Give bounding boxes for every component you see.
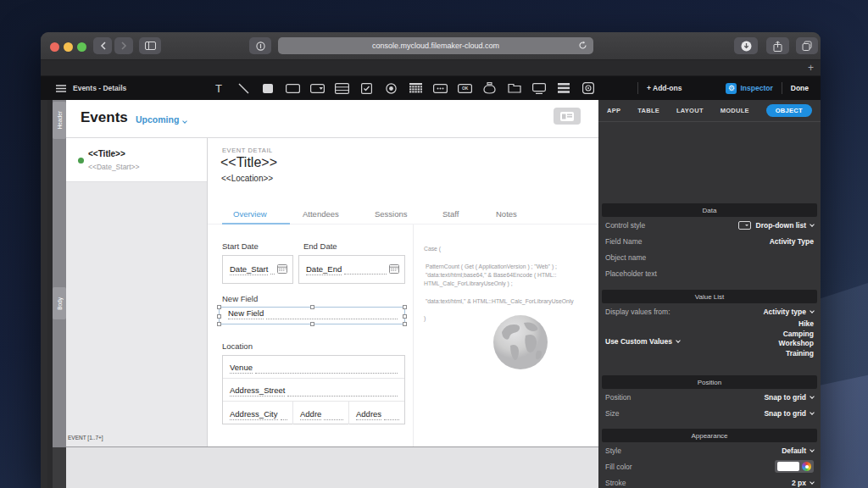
use-custom-values-dropdown[interactable]: Use Custom Values — [605, 324, 680, 358]
detail-panel: EVENT DETAIL <<Title>> <<Location>> Over… — [208, 138, 598, 447]
done-button[interactable]: Done — [791, 84, 809, 92]
part-tab-header[interactable]: Header — [53, 102, 66, 139]
share-button[interactable] — [766, 37, 789, 54]
tab-notes[interactable]: Notes — [496, 209, 517, 219]
address-bar[interactable]: console.mycloud.filemaker-cloud.com — [278, 37, 593, 54]
add-ons-button[interactable]: + Add-ons — [647, 84, 682, 92]
inspector-tab-module[interactable]: MODULE — [721, 107, 749, 114]
address-state-field[interactable]: Addre — [293, 402, 349, 424]
privacy-report-button[interactable] — [249, 37, 271, 54]
selection-handle[interactable] — [217, 314, 221, 319]
list-item[interactable]: <<Title>> <<Date_Start>> — [66, 138, 207, 182]
desktop: console.mycloud.filemaker-cloud.com + — [0, 0, 868, 488]
body-part-label[interactable]: EVENT [1..7+] — [68, 435, 103, 441]
placeholder-text-row[interactable]: Placeholder text — [605, 265, 814, 281]
list-item-subtitle: <<Date_Start>> — [88, 163, 140, 171]
parts-tool-icon[interactable] — [555, 80, 572, 97]
object-tools: T OK — [210, 80, 597, 97]
tab-overview-button[interactable] — [796, 37, 818, 54]
back-button[interactable] — [93, 37, 112, 54]
selection-handle[interactable] — [403, 314, 407, 319]
selection-handle[interactable] — [310, 305, 314, 309]
list-item-title: <<Title>> — [88, 149, 125, 158]
selection-handle[interactable] — [217, 305, 221, 309]
detail-location-field[interactable]: <<Location>> — [221, 174, 273, 183]
address-city-field[interactable]: Address_City — [223, 402, 293, 424]
inspector-button[interactable]: ⚙ Inspector — [726, 83, 772, 94]
calendar-icon[interactable] — [389, 262, 399, 277]
reload-icon[interactable] — [578, 41, 587, 52]
inspector-tab-table[interactable]: TABLE — [637, 107, 659, 114]
style-row[interactable]: Style Default — [605, 442, 814, 458]
new-tab-button[interactable]: + — [808, 62, 814, 74]
display-values-row[interactable]: Display values from: Activity type — [605, 303, 814, 319]
portal-tool-icon[interactable] — [333, 80, 350, 97]
close-button[interactable] — [50, 42, 59, 52]
menu-icon[interactable] — [56, 80, 66, 96]
fill-color-picker[interactable] — [775, 460, 814, 473]
selection-handle[interactable] — [403, 322, 407, 326]
filter-dropdown[interactable]: Upcoming — [136, 114, 186, 125]
selection-handle[interactable] — [310, 322, 314, 326]
downloads-button[interactable] — [734, 37, 758, 54]
color-wheel-icon[interactable] — [802, 462, 811, 471]
forward-button[interactable] — [114, 37, 133, 54]
fill-color-swatch[interactable] — [777, 462, 799, 471]
minimize-button[interactable] — [64, 42, 73, 52]
start-date-label: Start Date — [222, 241, 259, 251]
selection-handle[interactable] — [403, 305, 407, 309]
tab-control-tool-icon[interactable] — [506, 80, 523, 97]
text-tool-icon[interactable]: T — [210, 80, 227, 97]
dropdown-field-tool-icon[interactable] — [309, 80, 326, 97]
view-toggle-button[interactable] — [554, 108, 581, 125]
part-tab-body[interactable]: Body — [53, 287, 66, 319]
inspector-tab-app[interactable]: APP — [607, 107, 620, 114]
object-target-tool-icon[interactable] — [580, 80, 597, 97]
radio-button-tool-icon[interactable] — [382, 80, 399, 97]
position-row[interactable]: Position Snap to grid — [605, 389, 814, 405]
location-group: Venue Address_Street Address_City Addre … — [222, 355, 405, 424]
line-tool-icon[interactable] — [235, 80, 252, 97]
fill-color-row[interactable]: Fill color — [605, 458, 814, 474]
grid-tool-icon[interactable] — [408, 80, 425, 97]
stroke-row[interactable]: Stroke 2 px — [605, 474, 814, 488]
inspector-tab-object[interactable]: OBJECT — [766, 104, 812, 117]
field-name-row[interactable]: Field Name Activity Type — [605, 233, 814, 249]
rectangle-tool-icon[interactable] — [259, 80, 276, 97]
tab-overview[interactable]: Overview — [233, 209, 267, 219]
globe-icon — [490, 312, 551, 376]
end-date-label: End Date — [303, 241, 337, 251]
detail-title-field[interactable]: <<Title>> — [220, 155, 277, 170]
zoom-button[interactable] — [77, 42, 86, 52]
calendar-icon[interactable] — [277, 262, 287, 277]
tab-staff[interactable]: Staff — [442, 209, 459, 219]
button-bar-tool-icon[interactable] — [432, 80, 449, 97]
popover-tool-icon[interactable] — [481, 80, 498, 97]
field-tool-icon[interactable] — [284, 80, 301, 97]
selection-handle[interactable] — [217, 322, 221, 326]
sidebar-toggle-button[interactable] — [139, 37, 161, 54]
browser-tab-strip: + — [41, 60, 821, 76]
web-viewer-tool-icon[interactable] — [531, 80, 548, 97]
part-strip-bottom — [53, 447, 66, 488]
browser-window: console.mycloud.filemaker-cloud.com + — [41, 32, 821, 488]
size-row[interactable]: Size Snap to grid — [605, 405, 814, 421]
inspector-tab-layout[interactable]: LAYOUT — [676, 107, 704, 114]
address-street-field[interactable]: Address_Street — [223, 379, 404, 402]
object-name-row[interactable]: Object name — [605, 249, 814, 265]
tab-sessions[interactable]: Sessions — [375, 209, 408, 219]
selected-new-field[interactable]: New Field — [219, 307, 405, 324]
tab-attendees[interactable]: Attendees — [303, 209, 339, 219]
address-zip-field[interactable]: Addres — [349, 402, 404, 424]
custom-values-list[interactable]: HikeCampingWorkshopTraining — [779, 319, 814, 358]
date-start-field[interactable]: Date_Start — [222, 255, 293, 284]
checkbox-tool-icon[interactable] — [358, 80, 375, 97]
button-tool-icon[interactable]: OK — [457, 80, 474, 97]
date-end-field[interactable]: Date_End — [298, 255, 405, 284]
control-style-row[interactable]: Control style Drop-down list — [605, 217, 814, 233]
layout-header-part: Events Upcoming — [66, 100, 598, 138]
detail-tabs: Overview Attendees Sessions Staff Notes — [208, 206, 598, 225]
venue-field[interactable]: Venue — [223, 356, 404, 379]
url-text: console.mycloud.filemaker-cloud.com — [372, 42, 499, 50]
data-section-header: Data — [602, 203, 817, 217]
